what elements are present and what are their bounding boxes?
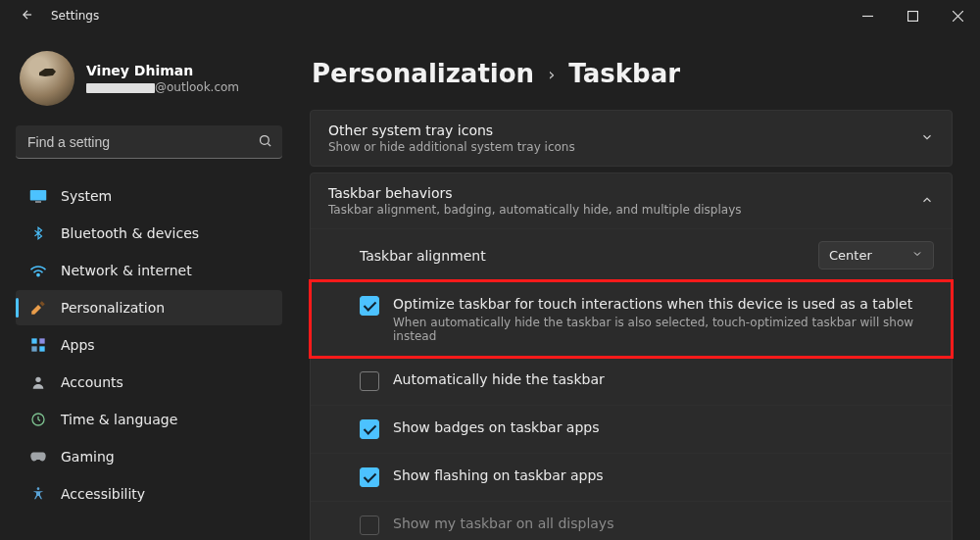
- gaming-icon: [29, 448, 47, 466]
- maximize-button[interactable]: [890, 0, 935, 31]
- user-name: Viney Dhiman: [86, 63, 239, 78]
- option-label: Automatically hide the taskbar: [393, 371, 934, 387]
- row-all-displays: Show my taskbar on all displays: [311, 501, 952, 540]
- accessibility-icon: [29, 485, 47, 503]
- apps-icon: [29, 336, 47, 354]
- svg-rect-7: [31, 346, 36, 351]
- time-icon: [29, 411, 47, 428]
- svg-rect-2: [30, 190, 47, 201]
- auto-hide-checkbox[interactable]: [360, 371, 379, 391]
- chevron-right-icon: ›: [548, 64, 555, 84]
- personalization-icon: [29, 299, 47, 317]
- svg-point-11: [37, 487, 40, 490]
- row-taskbar-alignment: Taskbar alignment Center: [311, 228, 952, 281]
- chevron-down-icon: [911, 248, 923, 263]
- sidebar-item-label: Apps: [61, 337, 95, 353]
- row-auto-hide[interactable]: Automatically hide the taskbar: [311, 357, 952, 405]
- svg-rect-5: [31, 338, 36, 343]
- option-subtext: When automatically hide the taskbar is a…: [393, 316, 934, 343]
- svg-rect-6: [39, 338, 44, 343]
- show-flashing-checkbox[interactable]: [360, 467, 379, 487]
- sidebar-item-apps[interactable]: Apps: [16, 327, 282, 363]
- sidebar-item-label: Personalization: [61, 300, 165, 316]
- sidebar-item-label: Accounts: [61, 374, 123, 390]
- chevron-up-icon: [920, 193, 934, 210]
- nav: System Bluetooth & devices Network & int…: [16, 178, 282, 512]
- sidebar: Viney Dhiman @outlook.com System Bluetoo…: [0, 31, 294, 540]
- svg-rect-8: [39, 346, 44, 351]
- sidebar-item-gaming[interactable]: Gaming: [16, 439, 282, 474]
- option-label: Optimize taskbar for touch interactions …: [393, 296, 934, 312]
- alignment-select[interactable]: Center: [818, 241, 934, 270]
- option-label: Show my taskbar on all displays: [393, 515, 934, 531]
- sidebar-item-personalization[interactable]: Personalization: [16, 290, 282, 325]
- option-label: Taskbar alignment: [360, 248, 818, 264]
- sidebar-item-accessibility[interactable]: Accessibility: [16, 476, 282, 512]
- back-arrow-icon: [21, 8, 34, 22]
- redacted-text: [86, 83, 155, 93]
- option-label: Show flashing on taskbar apps: [393, 467, 934, 483]
- section-title: Other system tray icons: [328, 123, 920, 138]
- select-value: Center: [829, 248, 872, 263]
- system-icon: [29, 187, 47, 205]
- sidebar-item-time[interactable]: Time & language: [16, 402, 282, 437]
- user-email: @outlook.com: [86, 80, 239, 94]
- titlebar: Settings: [0, 0, 980, 31]
- accounts-icon: [29, 373, 47, 391]
- avatar: [20, 51, 74, 106]
- search-box[interactable]: [16, 125, 282, 159]
- sidebar-item-label: Network & internet: [61, 263, 192, 278]
- section-title: Taskbar behaviors: [328, 185, 920, 201]
- sidebar-item-bluetooth[interactable]: Bluetooth & devices: [16, 216, 282, 251]
- minimize-icon: [862, 11, 873, 22]
- window-title: Settings: [51, 9, 99, 23]
- section-taskbar-behaviors: Taskbar behaviors Taskbar alignment, bad…: [310, 172, 953, 540]
- optimize-touch-checkbox[interactable]: [360, 296, 379, 316]
- section-subtitle: Show or hide additional system tray icon…: [328, 140, 920, 154]
- option-label: Show badges on taskbar apps: [393, 419, 934, 435]
- close-button[interactable]: [935, 0, 980, 31]
- show-badges-checkbox[interactable]: [360, 419, 379, 439]
- sidebar-item-label: Bluetooth & devices: [61, 225, 199, 241]
- close-icon: [953, 11, 963, 22]
- svg-point-4: [37, 273, 39, 275]
- svg-rect-3: [35, 201, 41, 203]
- account-profile[interactable]: Viney Dhiman @outlook.com: [16, 41, 282, 120]
- row-show-badges[interactable]: Show badges on taskbar apps: [311, 405, 952, 453]
- breadcrumb-current: Taskbar: [568, 59, 680, 88]
- svg-rect-0: [907, 11, 917, 21]
- row-optimize-touch[interactable]: Optimize taskbar for touch interactions …: [311, 281, 952, 357]
- maximize-icon: [907, 11, 918, 22]
- back-button[interactable]: [8, 8, 47, 25]
- section-subtitle: Taskbar alignment, badging, automaticall…: [328, 203, 920, 217]
- sidebar-item-system[interactable]: System: [16, 178, 282, 214]
- sidebar-item-label: Accessibility: [61, 486, 145, 502]
- sidebar-item-label: Time & language: [61, 412, 177, 427]
- section-header[interactable]: Taskbar behaviors Taskbar alignment, bad…: [311, 173, 952, 228]
- sidebar-item-label: System: [61, 188, 112, 204]
- bluetooth-icon: [29, 224, 47, 242]
- sidebar-item-accounts[interactable]: Accounts: [16, 365, 282, 400]
- main-content: Personalization › Taskbar Other system t…: [294, 31, 980, 540]
- search-input[interactable]: [16, 125, 282, 159]
- breadcrumb-parent[interactable]: Personalization: [312, 59, 534, 88]
- network-icon: [29, 262, 47, 279]
- breadcrumb: Personalization › Taskbar: [312, 59, 953, 88]
- svg-point-9: [35, 377, 40, 382]
- section-tray-icons[interactable]: Other system tray icons Show or hide add…: [310, 110, 953, 167]
- chevron-down-icon: [920, 130, 934, 147]
- sidebar-item-label: Gaming: [61, 449, 115, 465]
- sidebar-item-network[interactable]: Network & internet: [16, 253, 282, 288]
- all-displays-checkbox: [360, 515, 379, 535]
- row-show-flashing[interactable]: Show flashing on taskbar apps: [311, 453, 952, 501]
- minimize-button[interactable]: [845, 0, 890, 31]
